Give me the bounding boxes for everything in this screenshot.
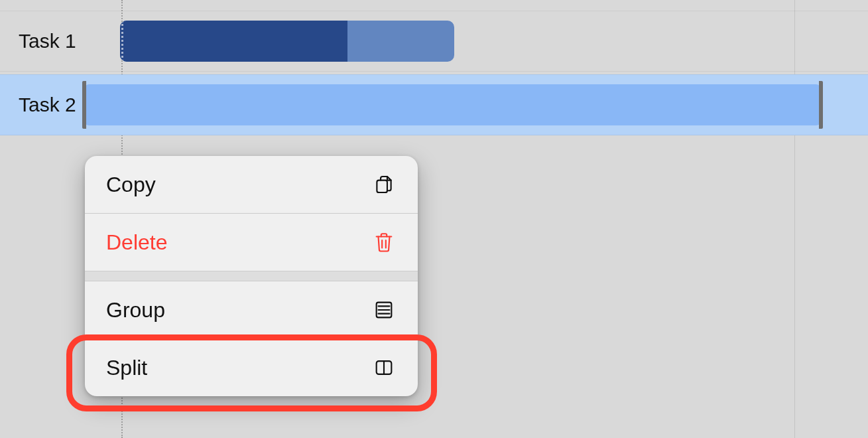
menu-separator-thick xyxy=(85,271,418,281)
menu-item-delete-label: Delete xyxy=(106,230,168,255)
menu-item-split[interactable]: Split xyxy=(85,339,418,396)
trash-icon xyxy=(371,230,397,255)
task-label-1: Task 1 xyxy=(19,30,76,52)
gantt-row-task-2[interactable]: Task 2 xyxy=(0,74,868,135)
gantt-bar-task-1[interactable] xyxy=(120,21,454,62)
task-label-2: Task 2 xyxy=(19,94,76,116)
context-menu: Copy Delete Group xyxy=(85,156,418,396)
group-icon xyxy=(371,297,397,323)
menu-item-group-label: Group xyxy=(106,298,165,323)
menu-item-copy[interactable]: Copy xyxy=(85,156,418,213)
split-icon xyxy=(371,355,397,380)
gantt-bar-task-2-left-handle[interactable] xyxy=(82,81,86,129)
menu-item-delete[interactable]: Delete xyxy=(85,214,418,271)
menu-item-copy-label: Copy xyxy=(106,173,156,197)
menu-item-group[interactable]: Group xyxy=(85,281,418,338)
menu-item-split-label: Split xyxy=(106,356,147,380)
gantt-bar-task-1-start-handle[interactable] xyxy=(121,21,123,62)
svg-rect-0 xyxy=(377,181,387,192)
gantt-bar-task-2[interactable] xyxy=(85,84,820,125)
copy-icon xyxy=(371,172,397,197)
gantt-row-task-1[interactable]: Task 1 xyxy=(0,11,868,72)
gantt-bar-task-2-right-handle[interactable] xyxy=(819,81,823,129)
gantt-bar-task-1-progress xyxy=(120,21,347,62)
